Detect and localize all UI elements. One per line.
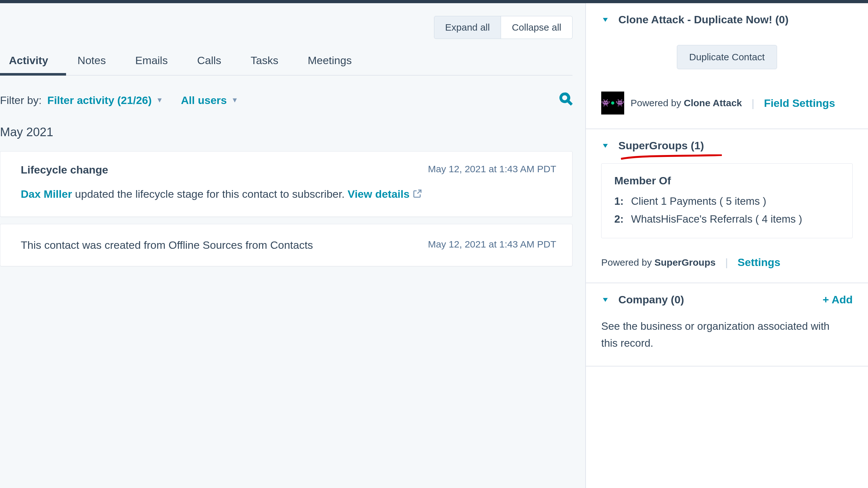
member-item-text: WhatsHisFace's Referrals ( 4 items ) [631, 213, 802, 225]
chevron-down-icon[interactable]: ▼ [601, 141, 610, 150]
panel-title: SuperGroups (1) [618, 139, 704, 152]
card-timestamp: May 12, 2021 at 1:43 AM PDT [428, 164, 556, 174]
add-company-link[interactable]: + Add [823, 293, 853, 306]
tab-tasks[interactable]: Tasks [249, 51, 280, 75]
member-of-box: Member Of 1: Client 1 Payments ( 5 items… [601, 163, 853, 238]
main-column: Expand all Collapse all Activity Notes E… [0, 3, 586, 488]
panel-company: ▼ Company (0) + Add See the business or … [586, 283, 868, 366]
search-icon[interactable] [559, 92, 572, 108]
filter-bar: Filter by: Filter activity (21/26) ▼ All… [0, 75, 585, 108]
annotation-underline [620, 154, 853, 158]
card-timestamp: May 12, 2021 at 1:43 AM PDT [428, 239, 556, 250]
expand-collapse-toolbar: Expand all Collapse all [0, 16, 585, 39]
powered-by-prefix: Powered by [601, 257, 654, 268]
panel-title: Company (0) [618, 293, 684, 306]
filter-activity-label: Filter activity (21/26) [47, 94, 152, 106]
powered-by-name: SuperGroups [654, 257, 716, 268]
panel-clone-attack: ▼ Clone Attack - Duplicate Now! (0) Dupl… [586, 3, 868, 129]
member-item[interactable]: 2: WhatsHisFace's Referrals ( 4 items ) [614, 213, 840, 225]
filter-users-label: All users [181, 94, 227, 106]
expand-all-button[interactable]: Expand all [434, 16, 501, 39]
divider: | [751, 97, 754, 109]
tab-notes[interactable]: Notes [76, 51, 107, 75]
external-link-icon [413, 188, 422, 200]
view-details-label: View details [347, 188, 409, 200]
powered-by-name: Clone Attack [684, 98, 742, 108]
divider: | [725, 256, 728, 268]
author-link[interactable]: Dax Miller [21, 188, 72, 200]
member-item-index: 2: [614, 213, 624, 225]
timeline-card-created: This contact was created from Offline So… [0, 224, 572, 266]
member-item-index: 1: [614, 195, 624, 207]
chevron-down-icon[interactable]: ▼ [601, 296, 610, 304]
filter-by-label: Filter by: [0, 94, 41, 106]
caret-down-icon: ▼ [156, 96, 163, 104]
card-title: Lifecycle change [21, 164, 108, 176]
view-details-link[interactable]: View details [347, 188, 422, 200]
chevron-down-icon[interactable]: ▼ [601, 15, 610, 24]
filter-activity-dropdown[interactable]: Filter activity (21/26) ▼ [47, 94, 163, 106]
powered-by-prefix: Powered by [630, 98, 684, 108]
tab-activity[interactable]: Activity [8, 51, 50, 75]
right-sidebar: ▼ Clone Attack - Duplicate Now! (0) Dupl… [586, 3, 868, 488]
member-item-text: Client 1 Payments ( 5 items ) [631, 195, 767, 207]
tab-calls[interactable]: Calls [196, 51, 223, 75]
field-settings-link[interactable]: Field Settings [764, 97, 835, 109]
member-of-title: Member Of [614, 174, 840, 187]
company-description: See the business or organization associa… [601, 318, 833, 352]
panel-supergroups: ▼ SuperGroups (1) Member Of 1: Client 1 … [586, 129, 868, 283]
tab-meetings[interactable]: Meetings [306, 51, 353, 75]
caret-down-icon: ▼ [231, 96, 238, 104]
activity-tabs: Activity Notes Emails Calls Tasks Meetin… [0, 51, 572, 75]
collapse-all-button[interactable]: Collapse all [501, 16, 572, 39]
card-body-text: This contact was created from Offline So… [21, 239, 313, 251]
supergroups-settings-link[interactable]: Settings [738, 256, 780, 268]
filter-users-dropdown[interactable]: All users ▼ [181, 94, 238, 106]
member-item[interactable]: 1: Client 1 Payments ( 5 items ) [614, 195, 840, 207]
timeline-month-header: May 2021 [0, 125, 585, 139]
timeline-card-lifecycle: Lifecycle change May 12, 2021 at 1:43 AM… [0, 151, 572, 217]
clone-attack-logo-icon: 👾👾 [601, 92, 624, 115]
panel-title: Clone Attack - Duplicate Now! (0) [618, 13, 788, 26]
duplicate-contact-button[interactable]: Duplicate Contact [677, 45, 777, 69]
tab-emails[interactable]: Emails [134, 51, 169, 75]
card-body-text: updated the lifecycle stage for this con… [72, 188, 348, 200]
